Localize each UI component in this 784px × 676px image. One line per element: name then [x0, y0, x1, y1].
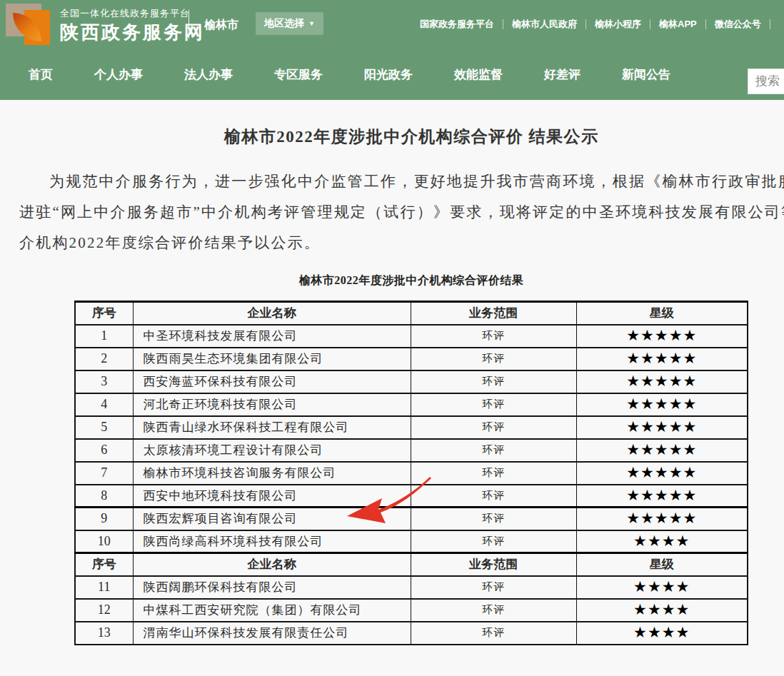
- row-number: 1: [75, 325, 133, 348]
- header-link-yulin-gov[interactable]: 榆林市人民政府: [503, 19, 586, 29]
- header-divider: [189, 10, 189, 39]
- row-number: 12: [75, 599, 133, 622]
- table-row: 9 陕西宏辉项目咨询有限公司 环评 ★★★★★: [75, 508, 748, 530]
- star-rating: ★★★★: [576, 576, 748, 599]
- company-name: 陕西阔鹏环保科技有限公司: [133, 576, 411, 599]
- col-header-scope: 业务范围: [411, 302, 576, 325]
- business-scope: 环评: [411, 393, 576, 416]
- business-scope: 环评: [411, 439, 576, 462]
- site-name: 陕西政务服务网: [60, 22, 205, 43]
- col-header-no: 序号: [75, 302, 133, 325]
- table-caption: 榆林市2022年度涉批中介机构综合评价结果: [0, 273, 784, 288]
- paragraph-line: 进驻“网上中介服务超市”中介机构考评管理规定（试行）》要求，现将评定的中圣环境科…: [19, 197, 784, 228]
- header-link-national-platform[interactable]: 国家政务服务平台: [411, 19, 503, 29]
- business-scope: 环评: [411, 348, 576, 370]
- star-rating: ★★★★★: [576, 393, 748, 416]
- company-name: 西安海蓝环保科技有限公司: [133, 370, 411, 393]
- announcement-body: 为规范中介服务行为，进一步强化中介监管工作，更好地提升我市营商环境，根据《榆林市…: [19, 166, 784, 258]
- header-links: 国家政务服务平台榆林市人民政府榆林小程序榆林APP微信公众号注册: [411, 0, 784, 49]
- region-select-label: 地区选择: [264, 17, 304, 30]
- chevron-down-icon: ▼: [308, 20, 315, 27]
- star-rating: ★★★★★: [576, 325, 748, 348]
- header-link-yulin-app[interactable]: 榆林APP: [650, 19, 706, 29]
- col-header-scope: 业务范围: [411, 553, 576, 576]
- header-link-yulin-miniprogram[interactable]: 榆林小程序: [586, 19, 650, 29]
- company-name: 太原核清环境工程设计有限公司: [133, 439, 411, 462]
- star-rating: ★★★★★: [576, 370, 748, 393]
- table-row: 4 河北奇正环境科技有限公司 环评 ★★★★★: [75, 393, 748, 416]
- company-name: 陕西雨昊生态环境集团有限公司: [133, 348, 411, 370]
- col-header-stars: 星级: [576, 553, 748, 576]
- row-number: 5: [75, 416, 133, 439]
- star-rating: ★★★★★: [576, 416, 748, 439]
- star-rating: ★★★★★: [576, 485, 748, 508]
- table-row: 13 渭南华山环保科技发展有限责任公司 环评 ★★★★: [75, 622, 748, 645]
- header-link-wechat-official[interactable]: 微信公众号: [706, 19, 770, 29]
- nav-item-legal-services[interactable]: 法人办事: [184, 66, 233, 83]
- table-row: 10 陕西尚绿高科环境科技有限公司 环评 ★★★★: [75, 530, 748, 553]
- table-row: 2 陕西雨昊生态环境集团有限公司 环评 ★★★★★: [75, 348, 748, 370]
- nav-item-efficiency-supervision[interactable]: 效能监督: [454, 66, 503, 83]
- star-rating: ★★★★★: [576, 439, 748, 462]
- table-row: 8 西安中地环境科技有限公司 环评 ★★★★★: [75, 485, 748, 508]
- company-name: 渭南华山环保科技发展有限责任公司: [133, 622, 411, 645]
- nav-item-personal-services[interactable]: 个人办事: [94, 66, 143, 83]
- row-number: 13: [75, 622, 133, 645]
- table-row: 12 中煤科工西安研究院（集团）有限公司 环评 ★★★★: [75, 599, 748, 622]
- nav-items: 首页个人办事法人办事专区服务阳光政务效能监督好差评新闻公告: [29, 49, 670, 100]
- site-logo[interactable]: 全国一体化在线政务服务平台 陕西政务服务网: [6, 4, 205, 46]
- star-rating: ★★★★★: [576, 462, 748, 485]
- company-name: 中圣环境科技发展有限公司: [133, 325, 411, 348]
- col-header-name: 企业名称: [133, 302, 411, 325]
- company-name: 陕西青山绿水环保科技工程有限公司: [133, 416, 411, 439]
- col-header-name: 企业名称: [133, 553, 411, 576]
- platform-tagline: 全国一体化在线政务服务平台: [60, 7, 205, 20]
- table-row: 5 陕西青山绿水环保科技工程有限公司 环评 ★★★★★: [75, 416, 748, 439]
- col-header-no: 序号: [75, 553, 133, 576]
- table-header-row: 序号 企业名称 业务范围 星级: [75, 553, 748, 576]
- table-row: 1 中圣环境科技发展有限公司 环评 ★★★★★: [75, 325, 748, 348]
- company-name: 陕西宏辉项目咨询有限公司: [133, 508, 411, 530]
- row-number: 6: [75, 439, 133, 462]
- site-header: 全国一体化在线政务服务平台 陕西政务服务网 榆林市 地区选择 ▼ 国家政务服务平…: [0, 0, 784, 49]
- paragraph-line: 介机构2022年度综合评价结果予以公示。: [19, 228, 784, 258]
- nav-item-news[interactable]: 新闻公告: [622, 66, 670, 83]
- nav-item-zone-services[interactable]: 专区服务: [274, 66, 323, 83]
- evaluation-table: 序号 企业名称 业务范围 星级 1 中圣环境科技发展有限公司 环评 ★★★★★ …: [74, 301, 748, 645]
- content: 榆林市2022年度涉批中介机构综合评价 结果公示 为规范中介服务行为，进一步强化…: [0, 100, 784, 676]
- company-name: 中煤科工西安研究院（集团）有限公司: [133, 599, 411, 622]
- row-number: 10: [75, 530, 133, 553]
- nav-item-sunshine-gov[interactable]: 阳光政务: [364, 66, 413, 83]
- announcement-document: 榆林市2022年度涉批中介机构综合评价 结果公示 为规范中介服务行为，进一步强化…: [0, 100, 784, 645]
- business-scope: 环评: [411, 622, 576, 645]
- business-scope: 环评: [411, 325, 576, 348]
- business-scope: 环评: [411, 462, 576, 485]
- business-scope: 环评: [411, 416, 576, 439]
- row-number: 2: [75, 348, 133, 370]
- business-scope: 环评: [411, 508, 576, 530]
- row-number: 9: [75, 508, 133, 530]
- company-name: 河北奇正环境科技有限公司: [133, 393, 411, 416]
- company-name: 陕西尚绿高科环境科技有限公司: [133, 530, 411, 553]
- logo-icon: [6, 4, 51, 46]
- star-rating: ★★★★★: [576, 348, 748, 370]
- row-number: 11: [75, 576, 133, 599]
- row-number: 7: [75, 462, 133, 485]
- business-scope: 环评: [411, 576, 576, 599]
- nav-item-home[interactable]: 首页: [29, 66, 53, 83]
- star-rating: ★★★★★: [576, 508, 748, 530]
- table-row: 6 太原核清环境工程设计有限公司 环评 ★★★★★: [75, 439, 748, 462]
- region-select-button[interactable]: 地区选择 ▼: [256, 12, 323, 35]
- company-name: 西安中地环境科技有限公司: [133, 485, 411, 508]
- nav-item-rating[interactable]: 好差评: [544, 66, 581, 83]
- main-nav: 首页个人办事法人办事专区服务阳光政务效能监督好差评新闻公告: [0, 49, 784, 100]
- table-header-row: 序号 企业名称 业务范围 星级: [75, 302, 748, 325]
- search-input[interactable]: [748, 69, 784, 94]
- table-row: 11 陕西阔鹏环保科技有限公司 环评 ★★★★: [75, 576, 748, 599]
- star-rating: ★★★★: [576, 622, 748, 645]
- current-city-label: 榆林市: [204, 18, 238, 33]
- row-number: 4: [75, 393, 133, 416]
- row-number: 3: [75, 370, 133, 393]
- star-rating: ★★★★: [576, 530, 748, 553]
- col-header-stars: 星级: [576, 302, 748, 325]
